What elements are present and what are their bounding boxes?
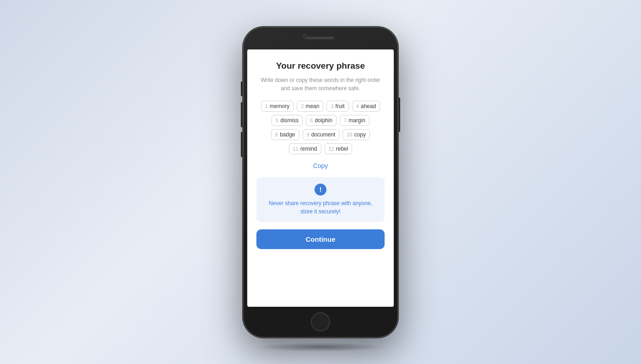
words-grid: 1memory2mean3fruit4ahead5dismiss6dolphin… [256,101,385,154]
word-number: 7 [344,118,347,123]
page-title: Your recovery phrase [256,60,385,72]
home-button[interactable] [311,312,330,331]
word-number: 10 [347,132,352,137]
word-number: 3 [331,103,333,109]
word-chip: 8badge [271,129,299,140]
word-number: 11 [293,146,299,152]
word-chip: 1memory [261,101,293,112]
word-text: dismiss [280,117,299,124]
word-chip: 11remind [289,143,321,154]
mute-button [241,81,243,96]
word-text: badge [280,131,295,138]
phone-screen: Your recovery phrase Write down or copy … [247,49,394,307]
word-text: rebel [336,146,348,152]
power-button [398,98,400,132]
word-chip: 2mean [297,101,323,112]
continue-button[interactable]: Continue [256,229,385,249]
warning-text: Never share recovery phrase with anyone,… [264,199,377,216]
word-chip: 7margin [340,115,369,126]
phone-shadow [256,342,385,352]
word-number: 9 [307,132,310,137]
warning-icon: ! [315,184,326,196]
word-chip: 12rebel [325,143,353,154]
word-text: mean [305,103,319,109]
word-text: margin [348,117,365,124]
speaker-grille [307,37,334,39]
word-chip: 4ahead [352,101,380,112]
word-number: 8 [275,132,278,137]
word-chip: 5dismiss [272,115,303,126]
warning-box: ! Never share recovery phrase with anyon… [256,177,385,222]
word-text: ahead [361,103,376,109]
word-text: document [311,131,336,138]
word-text: copy [354,131,366,138]
word-number: 2 [301,103,304,109]
word-number: 12 [329,146,334,152]
volume-down-button [241,132,243,157]
page-subtitle: Write down or copy these words in the ri… [256,76,385,92]
word-text: dolphin [315,117,332,124]
word-text: memory [270,103,289,109]
word-number: 5 [276,118,278,123]
word-number: 4 [356,103,359,109]
word-number: 1 [265,103,268,109]
copy-button-container: Copy [256,162,385,170]
word-text: remind [300,146,317,152]
word-chip: 10copy [342,129,370,140]
volume-up-button [241,102,243,127]
word-chip: 6dolphin [306,115,337,126]
copy-button[interactable]: Copy [313,162,328,169]
word-text: fruit [336,103,345,109]
exclamation-icon: ! [320,186,322,193]
word-chip: 3fruit [326,101,348,112]
phone-device: Your recovery phrase Write down or copy … [243,27,398,338]
word-chip: 9document [303,129,340,140]
word-number: 6 [310,118,313,123]
